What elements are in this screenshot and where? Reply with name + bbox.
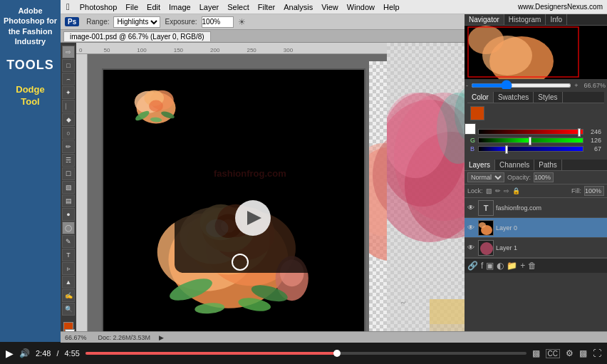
- tab-info[interactable]: Info: [546, 14, 567, 25]
- tool-healing[interactable]: ○: [62, 127, 75, 140]
- fg-color-box[interactable]: [470, 106, 484, 120]
- tool-blur[interactable]: ●: [62, 208, 75, 221]
- tab-styles[interactable]: Styles: [534, 92, 562, 103]
- tab-color[interactable]: Color: [467, 92, 494, 103]
- fill-input[interactable]: [584, 186, 604, 196]
- blend-mode-select[interactable]: Normal: [467, 172, 504, 182]
- tool-gradient[interactable]: ▤: [62, 194, 75, 207]
- tab-paths[interactable]: Paths: [534, 160, 562, 170]
- tool-hand[interactable]: ✍: [62, 289, 75, 302]
- volume-icon[interactable]: 🔊: [19, 348, 30, 358]
- menu-analysis[interactable]: Analysis: [284, 3, 313, 11]
- tab-image[interactable]: image-001.psd @ 66.7% (Layer 0, RGB/8): [63, 31, 211, 41]
- zoom-out-icon[interactable]: -: [466, 82, 468, 89]
- tool-shape[interactable]: ▲: [62, 276, 75, 288]
- lock-trans-icon[interactable]: ▧: [486, 187, 492, 194]
- tool-pen[interactable]: ✎: [62, 235, 75, 248]
- progress-dot[interactable]: [333, 350, 341, 357]
- tool-brush[interactable]: ✏: [62, 140, 75, 153]
- tool-clone[interactable]: ☴: [62, 154, 75, 167]
- tool-lasso[interactable]: ⌢: [62, 73, 75, 85]
- b-slider-handle[interactable]: [505, 145, 508, 154]
- lock-move-icon[interactable]: ⇨: [504, 187, 509, 194]
- cc-icon[interactable]: CC: [546, 349, 560, 358]
- zoom-in-icon[interactable]: +: [574, 82, 578, 89]
- play-button[interactable]: [235, 200, 271, 236]
- layer-group-icon[interactable]: 📁: [507, 261, 517, 271]
- color-swatches-fg-bg[interactable]: [470, 106, 490, 126]
- image-canvas[interactable]: fashionfrog.com: [102, 68, 365, 339]
- layer-link-icon[interactable]: 🔗: [467, 261, 478, 271]
- navigator-preview[interactable]: [465, 26, 607, 79]
- layer-row-1[interactable]: 👁 Layer 1: [465, 238, 607, 258]
- status-bar: 66.67% Doc: 2.26M/3.53M ▶: [61, 331, 607, 343]
- menu-photoshop[interactable]: Photoshop: [80, 3, 118, 11]
- tool-move[interactable]: ⇨: [62, 46, 75, 58]
- menu-image[interactable]: Image: [169, 3, 191, 11]
- b-bar[interactable]: [478, 146, 583, 152]
- airplay-icon[interactable]: ▩: [532, 348, 540, 358]
- menu-edit[interactable]: Edit: [147, 3, 160, 11]
- tab-histogram[interactable]: Histogram: [504, 14, 546, 25]
- layer-row-0[interactable]: 👁 Layer 0: [465, 218, 607, 238]
- menu-filter[interactable]: Filter: [258, 3, 275, 11]
- eye-icon-layer1[interactable]: 👁: [467, 244, 476, 251]
- tool-marquee[interactable]: □: [62, 59, 75, 72]
- layer-row-fashionfrog[interactable]: 👁 T fashionfrog.com: [465, 198, 607, 218]
- exposure-input[interactable]: [202, 16, 234, 28]
- svg-rect-39: [430, 299, 465, 324]
- range-select[interactable]: Highlights Midtones Shadows: [113, 16, 160, 28]
- tool-eyedropper[interactable]: ◆: [62, 113, 75, 126]
- tool-magic-wand[interactable]: ✦: [62, 86, 75, 99]
- layer-mask-icon[interactable]: ▣: [486, 261, 494, 271]
- tool-history[interactable]: ☐: [62, 167, 75, 180]
- progress-bar[interactable]: [85, 352, 526, 355]
- menu-window[interactable]: Window: [347, 3, 375, 11]
- tool-crop[interactable]: ⎸: [62, 100, 75, 113]
- r-bar[interactable]: [478, 129, 583, 135]
- tool-text[interactable]: T: [62, 249, 75, 261]
- eye-icon-layer0[interactable]: 👁: [467, 224, 476, 232]
- right-panels: Navigator Histogram Info - + 66.67% Colo…: [465, 14, 607, 343]
- video-controls: ▶ 🔊 2:48 / 4:55 ▩ CC ⚙ ▩ ⛶: [0, 343, 607, 364]
- navigator-panel-tabs: Navigator Histogram Info: [465, 14, 607, 26]
- g-bar[interactable]: [478, 137, 583, 143]
- lock-all-icon[interactable]: 🔒: [512, 187, 520, 194]
- fullscreen-icon[interactable]: ⛶: [593, 348, 601, 358]
- airbrush-icon[interactable]: ☀: [238, 17, 246, 27]
- bg-color-box[interactable]: [465, 123, 476, 135]
- tab-bar: image-001.psd @ 66.7% (Layer 0, RGB/8): [61, 30, 465, 43]
- layer-delete-icon[interactable]: 🗑: [528, 261, 536, 271]
- menu-file[interactable]: File: [125, 3, 138, 11]
- menu-select[interactable]: Select: [227, 3, 249, 11]
- g-slider-handle[interactable]: [529, 137, 531, 145]
- tool-zoom[interactable]: 🔍: [62, 303, 75, 316]
- tab-channels[interactable]: Channels: [495, 160, 534, 170]
- video-overlay[interactable]: [175, 162, 331, 273]
- menu-help[interactable]: Help: [383, 3, 400, 11]
- layer-thumb-0: [478, 220, 494, 236]
- play-pause-button[interactable]: ▶: [6, 348, 14, 359]
- status-arrow-icon[interactable]: ▶: [159, 334, 164, 341]
- tool-path[interactable]: ▹: [62, 262, 75, 275]
- zoom-slider[interactable]: [471, 83, 571, 88]
- tool-dodge[interactable]: ◯: [62, 222, 75, 234]
- opacity-input[interactable]: [534, 172, 554, 182]
- eye-icon-fashionfrog[interactable]: 👁: [467, 204, 476, 212]
- pip-icon[interactable]: ▩: [579, 348, 587, 358]
- menu-layer[interactable]: Layer: [199, 3, 219, 11]
- tool-eraser[interactable]: ▧: [62, 181, 75, 194]
- settings-icon[interactable]: ⚙: [566, 348, 574, 358]
- layer-fx-icon[interactable]: f: [481, 261, 483, 271]
- color-controls: R 246 G 126 B: [467, 103, 604, 157]
- tab-layers[interactable]: Layers: [465, 160, 495, 170]
- color-swatch-row: [470, 106, 601, 126]
- lock-brush-icon[interactable]: ✏: [495, 187, 501, 194]
- menu-view[interactable]: View: [321, 3, 338, 11]
- layer-new-icon[interactable]: +: [520, 261, 525, 271]
- tab-swatches[interactable]: Swatches: [494, 92, 534, 103]
- tab-navigator[interactable]: Navigator: [465, 14, 504, 25]
- total-time: 4:55: [64, 349, 79, 358]
- layer-adj-icon[interactable]: ◐: [497, 261, 504, 271]
- r-slider-handle[interactable]: [578, 128, 581, 137]
